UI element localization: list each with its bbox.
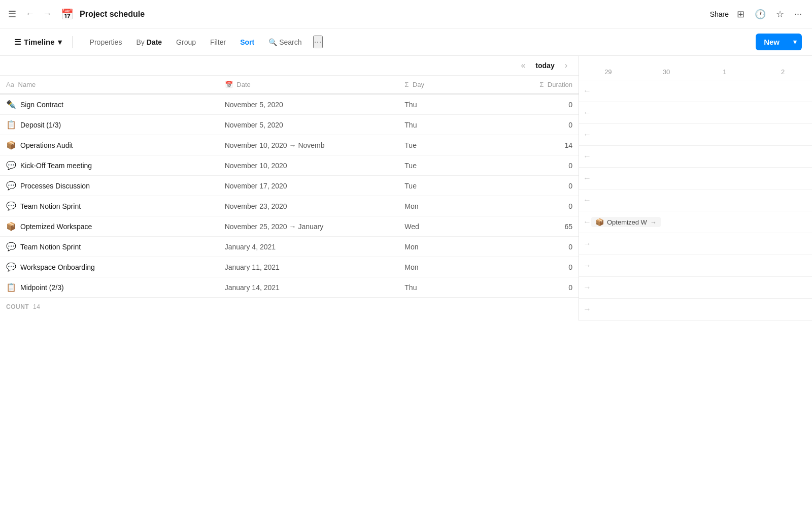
timeline-nav-indicator[interactable]: ←: [583, 130, 591, 139]
timeline-row: ←: [579, 102, 812, 124]
toolbar-right: New ▾: [756, 34, 802, 50]
row-icon: 💬: [6, 161, 16, 170]
cell-day: Mon: [398, 196, 476, 216]
cell-day: Tue: [398, 155, 476, 176]
timeline-row: ←: [579, 80, 812, 102]
share-button[interactable]: Share: [710, 10, 729, 18]
table-row[interactable]: 💬Team Notion SprintNovember 23, 2020Mon0: [0, 196, 579, 216]
table-row[interactable]: 📦Optemized WorkspaceNovember 25, 2020 → …: [0, 216, 579, 237]
timeline-nav-indicator[interactable]: →: [583, 239, 591, 248]
event-right-arrow: →: [650, 218, 657, 226]
timeline-footer-row: →: [579, 299, 812, 321]
table-area: « today › Aa Name 📅 Date Σ D: [0, 56, 579, 321]
cell-day: Thu: [398, 115, 476, 135]
timeline-nav-indicator[interactable]: →: [583, 261, 591, 270]
cell-duration: 0: [476, 257, 579, 277]
properties-button[interactable]: Properties: [87, 36, 125, 48]
table-row[interactable]: 📋Deposit (1/3)November 5, 2020Thu0: [0, 115, 579, 135]
timeline-label: Timeline: [24, 38, 55, 46]
back-button[interactable]: ←: [22, 7, 38, 21]
table-row[interactable]: 📦Operations AuditNovember 10, 2020 → Nov…: [0, 135, 579, 155]
table-row[interactable]: 💬Processes DiscussionNovember 17, 2020Tu…: [0, 176, 579, 196]
cell-duration: 0: [476, 115, 579, 135]
favorite-button[interactable]: ☆: [774, 7, 786, 22]
filter-button[interactable]: Filter: [207, 36, 229, 48]
cell-duration: 0: [476, 176, 579, 196]
timeline-nav-indicator[interactable]: →: [583, 283, 591, 292]
row-icon: 📋: [6, 120, 16, 130]
timeline-nav-indicator[interactable]: ←: [583, 108, 591, 117]
cell-duration: 0: [476, 277, 579, 298]
cell-date: November 10, 2020 → Novemb: [219, 135, 399, 155]
menu-icon[interactable]: ☰: [8, 9, 16, 20]
new-button[interactable]: New ▾: [756, 34, 802, 50]
timeline-event[interactable]: 📦Optemized W→: [591, 217, 661, 227]
timeline-header: 293012: [579, 56, 812, 80]
timeline-view-button[interactable]: ☰ Timeline ▾: [10, 36, 66, 49]
timeline-nav-indicator[interactable]: ←: [583, 152, 591, 161]
forward-button[interactable]: →: [40, 7, 55, 21]
today-button[interactable]: today: [532, 60, 557, 71]
cell-day: Thu: [398, 94, 476, 115]
cell-date: November 25, 2020 → January: [219, 216, 399, 237]
cell-name: ✒️Sign Contract: [0, 94, 219, 115]
table-row[interactable]: ✒️Sign ContractNovember 5, 2020Thu0: [0, 94, 579, 115]
cell-date: November 17, 2020: [219, 176, 399, 196]
cell-date: January 11, 2021: [219, 257, 399, 277]
cell-date: January 14, 2021: [219, 277, 399, 298]
more-options-button[interactable]: ···: [792, 7, 804, 21]
timeline-footer-nav[interactable]: →: [583, 305, 591, 314]
nav-prev-button[interactable]: «: [518, 60, 528, 71]
timeline-nav-indicator[interactable]: ←: [583, 196, 591, 205]
table-footer: COUNT 14: [0, 298, 579, 315]
nav-next-button[interactable]: ›: [562, 60, 570, 71]
cell-day: Mon: [398, 257, 476, 277]
row-icon: 📦: [6, 221, 16, 231]
cell-name: 📋Midpoint (2/3): [0, 277, 219, 298]
nav-buttons: ← →: [22, 7, 55, 21]
timeline-nav-indicator[interactable]: ←: [583, 217, 591, 227]
cell-date: November 10, 2020: [219, 155, 399, 176]
search-button[interactable]: 🔍 Search: [265, 36, 304, 48]
timeline-row: ←: [579, 168, 812, 189]
event-label: Optemized W: [607, 218, 647, 226]
cell-name: 📦Optemized Workspace: [0, 216, 219, 237]
cell-name: 📋Deposit (1/3): [0, 115, 219, 135]
table-row[interactable]: 💬Kick-Off Team meetingNovember 10, 2020T…: [0, 155, 579, 176]
row-icon: 📋: [6, 282, 16, 292]
col-header-duration: Σ Duration: [476, 76, 579, 94]
timeline-date-header: 1: [696, 68, 754, 76]
row-icon: 💬: [6, 201, 16, 211]
row-icon: 💬: [6, 262, 16, 272]
timeline-row: →: [579, 233, 812, 255]
more-toolbar-button[interactable]: ···: [313, 36, 323, 48]
sort-button[interactable]: Sort: [237, 36, 257, 48]
cell-date: January 4, 2021: [219, 237, 399, 257]
search-icon: 🔍: [268, 38, 277, 46]
grid-view-button[interactable]: ⊞: [735, 7, 747, 22]
cell-date: November 5, 2020: [219, 94, 399, 115]
table-row[interactable]: 📋Midpoint (2/3)January 14, 2021Thu0: [0, 277, 579, 298]
table-row[interactable]: 💬Workspace OnboardingJanuary 11, 2021Mon…: [0, 257, 579, 277]
timeline-row: ←: [579, 146, 812, 168]
timeline-nav-indicator[interactable]: ←: [583, 86, 591, 96]
page-icon: 📅: [61, 8, 74, 20]
timeline-body: ←←←←←←←📦Optemized W→→→→→: [579, 80, 812, 321]
history-button[interactable]: 🕐: [753, 7, 768, 22]
by-date-button[interactable]: By Date: [133, 36, 165, 48]
new-btn-dropdown-arrow[interactable]: ▾: [788, 34, 802, 50]
cell-day: Mon: [398, 237, 476, 257]
timeline-date-header: 29: [579, 68, 637, 76]
timeline-row: →: [579, 277, 812, 299]
group-button[interactable]: Group: [173, 36, 199, 48]
timeline-chevron-icon: ▾: [58, 38, 62, 47]
cell-name: 💬Workspace Onboarding: [0, 257, 219, 277]
timeline-nav-indicator[interactable]: ←: [583, 174, 591, 183]
table-row[interactable]: 💬Team Notion SprintJanuary 4, 2021Mon0: [0, 237, 579, 257]
count-label: COUNT: [6, 303, 29, 310]
cell-date: November 23, 2020: [219, 196, 399, 216]
row-icon: ✒️: [6, 100, 16, 109]
date-value: Date: [147, 38, 162, 46]
cell-day: Tue: [398, 176, 476, 196]
data-table: Aa Name 📅 Date Σ Day Σ Duration: [0, 76, 579, 298]
